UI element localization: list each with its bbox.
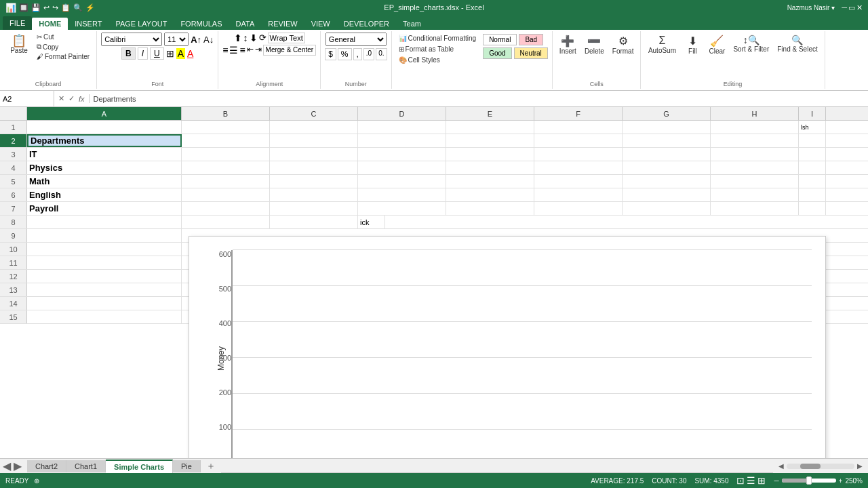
prev-sheet-icon[interactable]: ◀ — [3, 460, 11, 472]
cell-a14[interactable] — [27, 297, 182, 310]
align-right-icon[interactable]: ≡ — [239, 45, 245, 56]
cell-a10[interactable] — [27, 243, 182, 256]
cell-a13[interactable] — [27, 283, 182, 296]
row-num-5[interactable]: 5 — [0, 175, 27, 188]
number-format-select[interactable]: General — [326, 33, 387, 46]
cell-a2[interactable]: Departments — [27, 134, 182, 147]
tab-developer[interactable]: DEVELOPER — [337, 18, 396, 30]
borders-icon[interactable]: ⊞ — [166, 48, 174, 59]
function-icon[interactable]: fx — [77, 95, 86, 103]
find-select-button[interactable]: 🔍 Find & Select — [774, 33, 820, 57]
decrease-indent-icon[interactable]: ⇤ — [247, 45, 254, 56]
cell-g2[interactable] — [623, 134, 711, 147]
cell-h2[interactable] — [711, 134, 799, 147]
cell-c5[interactable] — [270, 175, 358, 188]
currency-icon[interactable]: $ — [325, 48, 336, 60]
cell-a6[interactable]: English — [27, 188, 182, 201]
tab-view[interactable]: VIEW — [304, 18, 337, 30]
format-painter-button[interactable]: 🖌 Format Painter — [34, 52, 92, 61]
cell-g1[interactable] — [623, 121, 711, 134]
cell-e2[interactable] — [446, 134, 534, 147]
col-header-g[interactable]: G — [623, 107, 711, 120]
tab-home[interactable]: HOME — [32, 18, 68, 30]
align-top-icon[interactable]: ⬆ — [234, 33, 242, 43]
align-middle-icon[interactable]: ↕ — [243, 33, 248, 43]
row-num-2[interactable]: 2 — [0, 134, 27, 147]
horizontal-scrollbar-thumb[interactable] — [800, 464, 821, 469]
align-left-icon[interactable]: ≡ — [222, 45, 228, 56]
cell-h1[interactable] — [711, 121, 799, 134]
cell-e5[interactable] — [446, 175, 534, 188]
cell-c3[interactable] — [270, 148, 358, 161]
cancel-icon[interactable]: ✕ — [57, 94, 66, 103]
add-sheet-button[interactable]: ＋ — [201, 458, 221, 474]
align-center-icon[interactable]: ☰ — [229, 45, 238, 56]
col-header-c[interactable]: C — [270, 107, 358, 120]
name-box[interactable]: A2 — [0, 91, 54, 106]
cell-f2[interactable] — [534, 134, 623, 147]
cell-g3[interactable] — [623, 148, 711, 161]
cell-c2[interactable] — [270, 134, 358, 147]
row-num-15[interactable]: 15 — [0, 310, 27, 323]
col-header-e[interactable]: E — [446, 107, 534, 120]
cell-i8[interactable]: ick — [358, 216, 385, 228]
cell-d6[interactable] — [358, 188, 446, 201]
decrease-decimal-icon[interactable]: .0 — [363, 48, 374, 60]
format-as-table-button[interactable]: ⊞ Format as Table — [396, 45, 479, 54]
cell-h6[interactable] — [711, 188, 799, 201]
cell-a1[interactable] — [27, 121, 182, 134]
col-header-a[interactable]: A — [27, 107, 182, 120]
italic-button[interactable]: I — [138, 47, 148, 60]
cell-a5[interactable]: Math — [27, 175, 182, 188]
cell-g4[interactable] — [623, 161, 711, 174]
wrap-text-icon[interactable]: Wrap Text — [268, 33, 305, 43]
tab-chart1[interactable]: Chart1 — [66, 460, 106, 472]
cell-styles-button[interactable]: 🎨 Cell Styles — [396, 56, 479, 64]
paste-button[interactable]: 📋 Paste — [4, 33, 34, 56]
col-header-b[interactable]: B — [182, 107, 270, 120]
cell-a4[interactable]: Physics — [27, 161, 182, 174]
normal-view-icon[interactable]: ⊡ — [736, 475, 745, 486]
cell-c8[interactable] — [270, 216, 358, 228]
cut-button[interactable]: ✂ Cut — [34, 33, 92, 41]
cell-i6[interactable] — [799, 188, 826, 201]
cell-h4[interactable] — [711, 161, 799, 174]
cell-b8[interactable] — [182, 216, 270, 228]
cell-c7[interactable] — [270, 202, 358, 215]
font-color-icon[interactable]: A — [187, 48, 193, 59]
font-name-select[interactable]: Calibri — [101, 33, 162, 46]
delete-button[interactable]: ➖ Delete — [582, 33, 607, 57]
row-num-9[interactable]: 9 — [0, 229, 27, 242]
cell-e6[interactable] — [446, 188, 534, 201]
scroll-right-icon[interactable]: ▶ — [857, 462, 863, 470]
bold-button[interactable]: B — [121, 47, 136, 60]
cell-f3[interactable] — [534, 148, 623, 161]
page-break-icon[interactable]: ⊞ — [757, 475, 766, 486]
row-num-7[interactable]: 7 — [0, 202, 27, 215]
row-num-10[interactable]: 10 — [0, 243, 27, 256]
cell-f5[interactable] — [534, 175, 623, 188]
cell-i7[interactable] — [799, 202, 826, 215]
cell-e3[interactable] — [446, 148, 534, 161]
cell-a9[interactable] — [27, 229, 182, 242]
col-header-i[interactable]: I — [799, 107, 826, 120]
cell-b6[interactable] — [182, 188, 270, 201]
row-num-8[interactable]: 8 — [0, 216, 27, 228]
cell-d2[interactable] — [358, 134, 446, 147]
cell-c6[interactable] — [270, 188, 358, 201]
cell-a15[interactable] — [27, 310, 182, 323]
conditional-formatting-button[interactable]: 📊 Conditional Formatting — [396, 34, 479, 43]
cell-h5[interactable] — [711, 175, 799, 188]
col-header-d[interactable]: D — [358, 107, 446, 120]
row-num-13[interactable]: 13 — [0, 283, 27, 296]
align-bottom-icon[interactable]: ⬇ — [250, 33, 258, 43]
tab-team[interactable]: Team — [396, 18, 428, 30]
underline-button[interactable]: U — [150, 47, 164, 60]
cell-a3[interactable]: IT — [27, 148, 182, 161]
cell-e1[interactable] — [446, 121, 534, 134]
tab-pie[interactable]: Pie — [173, 460, 201, 472]
cell-b1[interactable] — [182, 121, 270, 134]
cell-i1[interactable]: lsh — [799, 121, 826, 134]
clear-button[interactable]: 🧹 Clear — [706, 33, 728, 57]
col-header-h[interactable]: H — [711, 107, 799, 120]
